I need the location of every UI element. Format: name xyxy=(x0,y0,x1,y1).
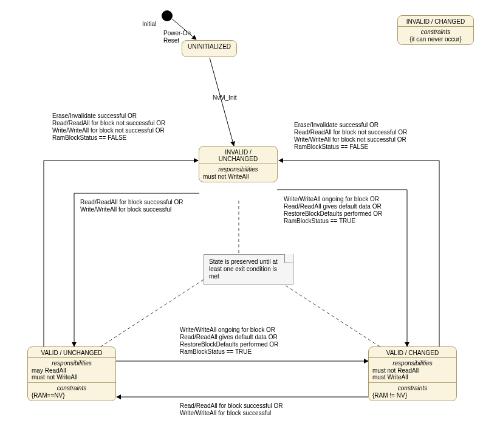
con-hdr: constraints xyxy=(32,385,112,391)
con-body: {RAM != NV} xyxy=(372,392,453,399)
trans-vu-to-vc-label: Write/WriteAll ongoing for block OR Read… xyxy=(180,326,278,356)
con-body: {RAM==NV} xyxy=(32,392,112,399)
resp-body: may ReadAll must not WriteAll xyxy=(32,367,112,381)
state-valid-changed-resp: responsibilities must not ReadAll must W… xyxy=(369,357,456,382)
note-preserve-state: State is preserved until at least one ex… xyxy=(204,254,293,284)
trans-right-up-label: Erase/Invalidate successful OR Read/Read… xyxy=(294,122,407,151)
state-invalid-changed: INVALID / CHANGED constraints {it can ne… xyxy=(397,15,474,45)
state-invalid-changed-title: INVALID / CHANGED xyxy=(398,16,473,26)
state-valid-unchanged-con: constraints {RAM==NV} xyxy=(28,382,115,401)
resp-body: must not WriteAll xyxy=(203,173,273,180)
resp-hdr: responsibilities xyxy=(372,360,453,367)
resp-body: must not ReadAll must WriteAll xyxy=(372,367,453,381)
con-hdr: constraints xyxy=(402,29,470,35)
trans-right-down-label: Write/WriteAll ongoing for block OR Read… xyxy=(284,196,382,225)
state-valid-unchanged-title: VALID / UNCHANGED xyxy=(28,347,115,357)
trans-left-up-label: Erase/Invalidate successful OR Read/Read… xyxy=(52,112,165,142)
note-text: State is preserved until at least one ex… xyxy=(209,258,278,280)
con-hdr: constraints xyxy=(372,385,453,391)
state-valid-unchanged-resp: responsibilities may ReadAll must not Wr… xyxy=(28,357,115,382)
con-body: {it can never occur} xyxy=(402,36,470,43)
state-uninitialized-title: UNINITIALIZED xyxy=(182,41,236,51)
state-valid-changed-con: constraints {RAM != NV} xyxy=(369,382,456,401)
state-invalid-changed-con: constraints {it can never occur} xyxy=(398,26,473,44)
state-invalid-unchanged-title: INVALID / UNCHANGED xyxy=(199,146,277,164)
state-valid-unchanged: VALID / UNCHANGED responsibilities may R… xyxy=(27,346,116,401)
initial-label: Initial xyxy=(142,21,156,28)
resp-hdr: responsibilities xyxy=(32,360,112,367)
state-uninitialized: UNINITIALIZED xyxy=(182,40,237,57)
trans-left-down-label: Read/ReadAll for block successful OR Wri… xyxy=(80,199,183,213)
state-invalid-unchanged: INVALID / UNCHANGED responsibilities mus… xyxy=(199,146,278,182)
state-invalid-unchanged-resp: responsibilities must not WriteAll xyxy=(199,164,277,182)
state-diagram-canvas: Initial Power-On Reset UNINITIALIZED NvM… xyxy=(0,0,483,448)
trans-vc-to-vu-label: Read/ReadAll for block successful OR Wri… xyxy=(180,402,283,417)
resp-hdr: responsibilities xyxy=(203,166,273,173)
state-valid-changed-title: VALID / CHANGED xyxy=(369,347,456,357)
initial-state xyxy=(162,10,173,21)
state-valid-changed: VALID / CHANGED responsibilities must no… xyxy=(368,346,457,401)
nvm-init-label: NvM_Init xyxy=(213,94,236,102)
